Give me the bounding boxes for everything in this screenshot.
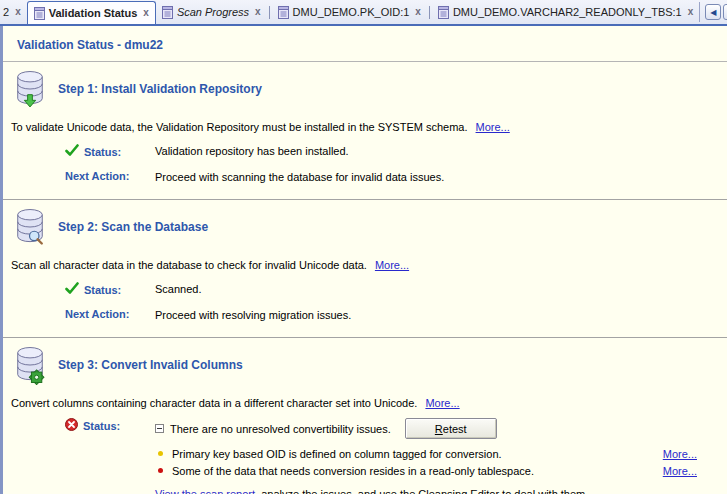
scroll-tabs-right-button[interactable]: ▶ <box>723 4 727 20</box>
step3-status-line: There are no unresolved convertibility i… <box>155 418 717 439</box>
step1-status-row: Status: Validation repository has been i… <box>65 144 727 159</box>
database-install-icon <box>13 69 47 109</box>
step2-more-link[interactable]: More... <box>375 259 409 271</box>
step1-description: To validate Unicode data, the Validation… <box>11 121 727 133</box>
tab-dmu-demo-pk-oid[interactable]: DMU_DEMO.PK_OID:1 x <box>272 0 427 24</box>
close-icon[interactable]: x <box>143 8 149 18</box>
tab-label: DMU_DEMO.VARCHAR2_READONLY_TBS:1 <box>453 6 682 18</box>
step2-section: Step 2: Scan the Database Scan all chara… <box>3 200 727 338</box>
step2-status-row: Status: Scanned. <box>65 282 727 297</box>
issue-row-readonly-tablespace: Some of the data that needs conversion r… <box>155 462 717 479</box>
status-label-cell: Status: <box>65 418 155 433</box>
status-label: Status: <box>84 284 121 296</box>
error-icon <box>65 418 78 433</box>
step1-more-link[interactable]: More... <box>476 121 510 133</box>
page-title: Validation Status - dmu22 <box>17 38 727 52</box>
close-icon[interactable]: x <box>415 7 421 17</box>
step1-title: Step 1: Install Validation Repository <box>58 82 262 96</box>
check-icon <box>65 282 79 297</box>
step1-section: Step 1: Install Validation Repository To… <box>3 62 727 200</box>
step1-description-text: To validate Unicode data, the Validation… <box>11 121 468 133</box>
step3-status-text: There are no unresolved convertibility i… <box>170 422 391 436</box>
step3-header: Step 3: Convert Invalid Columns <box>13 345 727 385</box>
tab-divider <box>429 6 430 19</box>
next-action-label-cell: Next Action: <box>65 308 155 320</box>
scan-report-line: View the scan report, analyze the issues… <box>155 487 717 494</box>
scan-report-rest: , analyze the issues, and use the Cleans… <box>255 488 588 494</box>
error-bullet-icon <box>158 468 163 473</box>
database-convert-icon <box>13 345 47 385</box>
database-scan-icon <box>13 207 47 247</box>
tab-label: 2 <box>3 6 9 18</box>
step2-description-text: Scan all character data in the database … <box>11 259 367 271</box>
step2-next-action-row: Next Action: Proceed with resolving migr… <box>65 308 727 322</box>
step3-description: Convert columns containing character dat… <box>11 397 727 409</box>
step3-status-row: Status: There are no unresolved converti… <box>65 418 727 494</box>
issue-more-link[interactable]: More... <box>663 464 697 478</box>
step2-header: Step 2: Scan the Database <box>13 207 727 247</box>
document-tabbar: 2 x Validation Status x Scan Progress x … <box>0 0 727 26</box>
view-scan-report-link[interactable]: View the scan report <box>155 488 255 494</box>
step3-title: Step 3: Convert Invalid Columns <box>58 358 243 372</box>
convertibility-issues-list: Primary key based OID is defined on colu… <box>155 445 717 479</box>
tab-label: Validation Status <box>49 7 138 19</box>
collapse-icon[interactable] <box>155 424 164 433</box>
scroll-tabs-left-button[interactable]: ◀ <box>705 4 721 20</box>
close-icon[interactable]: x <box>15 7 21 17</box>
close-icon[interactable]: x <box>688 7 694 17</box>
tab-scroll-buttons: ◀ ▶ ◀ <box>699 2 727 22</box>
document-icon <box>34 7 45 20</box>
close-icon[interactable]: x <box>255 7 261 17</box>
next-action-label: Next Action: <box>65 170 129 182</box>
issue-more-link[interactable]: More... <box>663 447 697 461</box>
issue-row-oid: Primary key based OID is defined on colu… <box>155 445 717 462</box>
tab-scan-progress[interactable]: Scan Progress x <box>156 0 267 24</box>
issue-text: Primary key based OID is defined on colu… <box>172 447 663 461</box>
step3-more-link[interactable]: More... <box>425 397 459 409</box>
step2-description: Scan all character data in the database … <box>11 259 727 271</box>
next-action-label-cell: Next Action: <box>65 170 155 182</box>
tab-label: DMU_DEMO.PK_OID:1 <box>293 6 410 18</box>
step3-description-text: Convert columns containing character dat… <box>11 397 417 409</box>
retest-rest: etest <box>443 423 467 435</box>
step2-status-value: Scanned. <box>155 282 727 296</box>
issue-text: Some of the data that needs conversion r… <box>172 464 663 478</box>
step1-header: Step 1: Install Validation Repository <box>13 69 727 109</box>
tab-dmu-demo-varchar2-readonly-tbs[interactable]: DMU_DEMO.VARCHAR2_READONLY_TBS:1 x <box>432 0 699 24</box>
document-icon <box>162 6 173 19</box>
step3-section: Step 3: Convert Invalid Columns Convert … <box>3 338 727 494</box>
warning-bullet-icon <box>158 451 163 456</box>
validation-status-panel: Validation Status - dmu22 Step 1: Instal… <box>0 26 727 494</box>
step2-next-action-value: Proceed with resolving migration issues. <box>155 308 727 322</box>
retest-mnemonic: R <box>435 423 443 435</box>
step1-status-value: Validation repository has been installed… <box>155 144 727 158</box>
document-icon <box>278 6 289 19</box>
step1-next-action-row: Next Action: Proceed with scanning the d… <box>65 170 727 184</box>
tab-divider <box>269 6 270 19</box>
step1-next-action-value: Proceed with scanning the database for i… <box>155 170 727 184</box>
tab-validation-status[interactable]: Validation Status x <box>27 1 156 24</box>
next-action-label: Next Action: <box>65 308 129 320</box>
retest-button[interactable]: Retest <box>405 418 497 439</box>
dmu-window: 2 x Validation Status x Scan Progress x … <box>0 0 727 494</box>
status-label-cell: Status: <box>65 282 155 297</box>
tab-clipped[interactable]: 2 x <box>0 0 27 24</box>
check-icon <box>65 144 79 159</box>
tab-label: Scan Progress <box>177 6 249 18</box>
status-label-cell: Status: <box>65 144 155 159</box>
document-icon <box>438 6 449 19</box>
step3-status-value: There are no unresolved convertibility i… <box>155 418 727 494</box>
status-label: Status: <box>83 420 120 432</box>
status-label: Status: <box>84 146 121 158</box>
step2-title: Step 2: Scan the Database <box>58 220 208 234</box>
